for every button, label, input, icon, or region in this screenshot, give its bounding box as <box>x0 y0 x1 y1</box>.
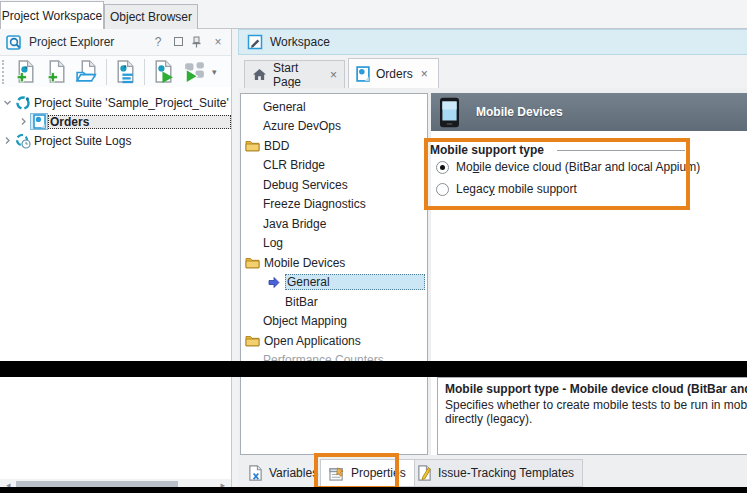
settings-item-java-bridge[interactable]: Java Bridge <box>241 214 427 234</box>
tab-label: Start Page <box>273 61 322 89</box>
toolbar-separator <box>144 59 145 85</box>
open-file-button[interactable] <box>73 58 102 86</box>
tab-project-workspace[interactable]: Project Workspace <box>0 1 104 29</box>
workspace-icon <box>247 34 263 50</box>
tab-properties[interactable]: Properties <box>320 459 415 487</box>
group-label: Mobile support type <box>430 143 544 157</box>
workspace-title: Workspace <box>270 35 330 49</box>
settings-category-list: General Azure DevOps BDD CLR Bridge Debu… <box>240 93 428 455</box>
radio-label: Legacy mobile support <box>456 182 577 196</box>
project-icon <box>30 113 48 130</box>
settings-item-mobile-devices[interactable]: Mobile Devices <box>241 253 427 273</box>
issue-tracking-templates-icon <box>417 465 432 481</box>
variables-icon <box>248 465 263 481</box>
project-suite-logs-icon <box>14 133 32 149</box>
project-items-button[interactable] <box>111 58 140 86</box>
run-project-suite-button[interactable] <box>180 58 209 86</box>
chevron-right-icon[interactable] <box>16 117 30 126</box>
redaction-bar <box>0 487 747 493</box>
folder-icon <box>245 139 260 152</box>
tree-item-label: Orders <box>48 115 231 129</box>
project-explorer-toolbar: ▾ <box>0 56 231 87</box>
radio-legacy-mobile-support[interactable]: Legacy mobile support <box>436 182 577 196</box>
maximize-icon[interactable] <box>171 35 185 49</box>
mobile-phone-icon <box>439 97 460 128</box>
testcomplete-window: Project Workspace Object Browser Project… <box>0 0 747 493</box>
toolbar-separator <box>106 59 107 85</box>
help-icon[interactable]: ? <box>151 35 165 49</box>
tree-item-project-suite-logs[interactable]: Project Suite Logs <box>0 131 231 150</box>
tree-item-project-suite[interactable]: Project Suite 'Sample_Project_Suite' (1 … <box>0 93 231 112</box>
project-explorer-icon <box>6 34 23 51</box>
settings-item-clr-bridge[interactable]: CLR Bridge <box>241 156 427 176</box>
description-line: directly (legacy). <box>445 412 747 426</box>
settings-item-azure-devops[interactable]: Azure DevOps <box>241 117 427 137</box>
redaction-bar <box>0 361 747 377</box>
radio-label: Mobile device cloud (BitBar and local Ap… <box>456 160 700 174</box>
selected-arrow-icon <box>263 277 285 288</box>
toolbar-grip[interactable] <box>2 60 6 84</box>
project-items-icon <box>113 59 138 84</box>
tab-start-page[interactable]: Start Page × <box>244 60 345 88</box>
setting-description-panel: Mobile support type - Mobile device clou… <box>437 377 747 455</box>
project-suite-icon <box>14 95 32 111</box>
tab-label: Object Browser <box>110 10 192 24</box>
settings-item-debug-services[interactable]: Debug Services <box>241 175 427 195</box>
settings-item-general[interactable]: General <box>241 97 427 117</box>
settings-item-freeze-diagnostics[interactable]: Freeze Diagnostics <box>241 195 427 215</box>
tab-orders[interactable]: Orders × <box>348 58 439 88</box>
new-project-button[interactable] <box>42 58 71 86</box>
radio-button-icon[interactable] <box>436 183 449 196</box>
group-divider <box>557 150 685 151</box>
properties-icon <box>329 466 345 481</box>
settings-item-bitbar[interactable]: BitBar <box>241 292 427 312</box>
project-tree: Project Suite 'Sample_Project_Suite' (1 … <box>0 87 231 479</box>
main-tab-bar: Project Workspace Object Browser <box>0 0 747 29</box>
settings-item-object-mapping[interactable]: Object Mapping <box>241 312 427 332</box>
tab-issue-tracking-templates[interactable]: Issue-Tracking Templates <box>408 459 583 487</box>
settings-item-open-applications[interactable]: Open Applications <box>241 331 427 351</box>
home-icon <box>252 68 267 81</box>
close-icon[interactable]: × <box>330 68 337 82</box>
run-dropdown-icon[interactable]: ▾ <box>212 67 217 77</box>
new-project-suite-button[interactable] <box>11 58 40 86</box>
tree-item-label: Project Suite Logs <box>32 134 133 148</box>
panel-title: Project Explorer <box>29 35 145 49</box>
settings-item-log[interactable]: Log <box>241 234 427 254</box>
close-icon[interactable]: × <box>421 67 428 81</box>
tree-item-label: Project Suite 'Sample_Project_Suite' (1 … <box>32 96 231 110</box>
settings-item-bdd[interactable]: BDD <box>241 136 427 156</box>
tab-label: Project Workspace <box>2 9 102 23</box>
project-explorer-panel: Project Explorer ? × <box>0 29 232 493</box>
new-project-suite-icon <box>13 59 38 84</box>
tab-label: Issue-Tracking Templates <box>438 466 574 480</box>
page-header: Mobile Devices <box>431 93 747 131</box>
tree-item-orders[interactable]: Orders <box>16 112 231 131</box>
description-heading: Mobile support type - Mobile device clou… <box>445 382 747 396</box>
radio-button-icon[interactable] <box>436 161 449 174</box>
pin-icon[interactable] <box>191 36 205 48</box>
chevron-down-icon[interactable] <box>0 98 14 107</box>
radio-mobile-device-cloud[interactable]: Mobile device cloud (BitBar and local Ap… <box>436 160 700 174</box>
open-file-icon <box>75 59 100 84</box>
folder-icon <box>245 334 260 347</box>
tab-variables[interactable]: Variables <box>240 459 326 487</box>
folder-icon <box>245 256 260 269</box>
run-project-suite-icon <box>182 59 207 84</box>
close-icon[interactable]: × <box>211 35 225 49</box>
tab-label: Properties <box>351 466 406 480</box>
settings-item-mobile-general[interactable]: General <box>241 273 427 293</box>
chevron-right-icon[interactable] <box>0 136 14 145</box>
description-line: Specifies whether to create mobile tests… <box>445 398 747 412</box>
project-explorer-header: Project Explorer ? × <box>0 29 231 56</box>
tab-label: Variables <box>269 466 318 480</box>
run-project-icon <box>151 59 176 84</box>
tab-object-browser[interactable]: Object Browser <box>104 4 198 29</box>
workspace-header: Workspace <box>238 29 747 55</box>
tab-label: Orders <box>376 67 413 81</box>
project-icon <box>356 66 370 82</box>
document-tab-strip: Start Page × Orders × <box>238 56 747 88</box>
new-project-icon <box>44 59 69 84</box>
run-project-button[interactable] <box>149 58 178 86</box>
page-title: Mobile Devices <box>476 105 563 119</box>
